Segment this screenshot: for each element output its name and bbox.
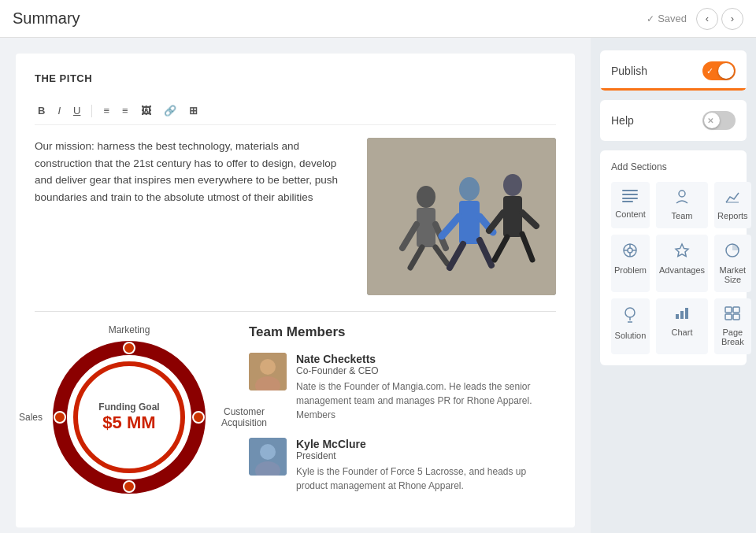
svg-point-36 xyxy=(679,191,685,197)
add-sections-title: Add Sections xyxy=(611,161,736,172)
image-button[interactable]: 🖼 xyxy=(138,103,154,118)
svg-point-24 xyxy=(124,481,135,492)
editor-toolbar: B I U ≡ ≡ 🖼 🔗 ⊞ xyxy=(35,97,556,125)
section-btn-solution[interactable]: Solution xyxy=(611,298,650,354)
header-actions: ✓ Saved ‹ › xyxy=(647,8,743,30)
pitch-image xyxy=(367,138,556,295)
svg-rect-3 xyxy=(417,208,435,247)
sidebar: Publish ✓ Help ✕ Add Sections xyxy=(591,38,756,533)
svg-rect-49 xyxy=(676,314,679,319)
reports-btn-label: Reports xyxy=(717,211,748,220)
svg-rect-54 xyxy=(725,314,732,320)
nav-prev-button[interactable]: ‹ xyxy=(696,8,718,30)
member-bio-1: Nate is the Founder of Mangia.com. He le… xyxy=(296,379,556,422)
svg-point-46 xyxy=(625,308,635,317)
content-panel: THE PITCH B I U ≡ ≡ 🖼 🔗 ⊞ Our mission: h… xyxy=(16,54,575,527)
section-btn-chart[interactable]: Chart xyxy=(656,298,708,354)
svg-rect-52 xyxy=(725,307,732,313)
content-area: THE PITCH B I U ≡ ≡ 🖼 🔗 ⊞ Our mission: h… xyxy=(0,38,591,533)
pitch-text[interactable]: Our mission: harness the best technology… xyxy=(35,138,351,295)
problem-btn-label: Problem xyxy=(614,265,647,275)
member-info-2: Kyle McClure President Kyle is the Found… xyxy=(296,438,556,493)
section-btn-problem[interactable]: Problem xyxy=(611,235,650,292)
market-size-icon xyxy=(724,242,740,262)
avatar-icon-1 xyxy=(249,353,287,390)
member-title-2: President xyxy=(296,450,556,461)
svg-point-23 xyxy=(193,412,204,423)
avatar-icon-2 xyxy=(249,438,287,476)
help-toggle-x-icon: ✕ xyxy=(707,117,732,125)
svg-rect-53 xyxy=(733,307,739,313)
svg-point-27 xyxy=(260,359,276,375)
section-btn-reports[interactable]: Reports xyxy=(714,182,751,228)
content-icon xyxy=(622,190,638,206)
member-avatar-1 xyxy=(249,353,287,390)
donut-center: Funding Goal $5 MM xyxy=(98,402,159,433)
svg-point-25 xyxy=(54,412,65,423)
editor-body: Our mission: harness the best technology… xyxy=(35,138,556,295)
italic-button[interactable]: I xyxy=(54,103,64,118)
check-icon: ✓ xyxy=(647,13,654,24)
publish-row: Publish ✓ xyxy=(611,61,736,80)
member-info-1: Nate Checketts Co-Founder & CEO Nate is … xyxy=(296,353,556,422)
svg-rect-55 xyxy=(733,314,739,320)
donut-wrapper: Sales CustomerAcquisition Funding Goal $… xyxy=(50,339,208,496)
section-btn-content[interactable]: Content xyxy=(611,182,650,228)
donut-right-label: CustomerAcquisition xyxy=(221,406,267,428)
svg-rect-15 xyxy=(503,196,522,237)
svg-point-2 xyxy=(417,186,435,208)
header: Summary ✓ Saved ‹ › xyxy=(0,0,756,38)
help-label: Help xyxy=(611,114,634,127)
bold-button[interactable]: B xyxy=(35,103,48,118)
saved-indicator: ✓ Saved xyxy=(647,13,687,24)
section-btn-advantages[interactable]: Advantages xyxy=(656,235,708,292)
member-title-1: Co-Founder & CEO xyxy=(296,365,556,376)
nav-next-button[interactable]: › xyxy=(721,8,743,30)
problem-icon xyxy=(622,242,638,262)
solution-btn-label: Solution xyxy=(615,331,647,340)
sections-grid: Content Team xyxy=(611,182,736,354)
embed-button[interactable]: ⊞ xyxy=(186,103,201,118)
saved-text: Saved xyxy=(658,13,687,24)
svg-rect-32 xyxy=(622,190,638,191)
help-row: Help ✕ xyxy=(611,111,736,130)
page-title: Summary xyxy=(13,9,80,28)
section-divider xyxy=(35,311,556,312)
svg-point-14 xyxy=(503,174,522,196)
link-button[interactable]: 🔗 xyxy=(161,103,180,118)
donut-chart-container: Marketing xyxy=(35,324,224,496)
donut-top-label: Marketing xyxy=(35,324,224,335)
help-toggle[interactable]: ✕ xyxy=(702,111,736,130)
svg-point-8 xyxy=(459,177,480,201)
help-card: Help ✕ xyxy=(600,100,747,141)
publish-toggle[interactable]: ✓ xyxy=(702,61,736,80)
ul-button[interactable]: ≡ xyxy=(100,103,113,118)
section-btn-page-break[interactable]: Page Break xyxy=(714,298,751,354)
donut-center-label: Funding Goal xyxy=(98,402,159,413)
advantages-btn-label: Advantages xyxy=(659,265,705,275)
member-avatar-2 xyxy=(249,438,287,476)
svg-marker-44 xyxy=(676,244,688,257)
team-btn-label: Team xyxy=(672,211,693,220)
section-btn-team[interactable]: Team xyxy=(656,182,708,228)
publish-card: Publish ✓ xyxy=(600,50,747,91)
page-break-icon xyxy=(724,306,740,324)
advantages-icon xyxy=(674,242,690,262)
donut-center-value: $5 MM xyxy=(98,413,159,433)
svg-point-30 xyxy=(260,444,276,460)
section-btn-market-size[interactable]: Market Size xyxy=(714,235,751,292)
add-sections-card: Add Sections Content Team xyxy=(600,150,747,365)
pitch-section-title: THE PITCH xyxy=(35,72,556,84)
donut-left-label: Sales xyxy=(19,412,43,423)
team-title: Team Members xyxy=(249,324,556,340)
toolbar-separator-1 xyxy=(91,105,92,117)
underline-button[interactable]: U xyxy=(70,103,83,118)
publish-label: Publish xyxy=(611,65,647,77)
svg-point-39 xyxy=(628,248,632,253)
svg-rect-35 xyxy=(622,201,633,202)
team-member-1: Nate Checketts Co-Founder & CEO Nate is … xyxy=(249,353,556,422)
team-icon xyxy=(674,190,690,208)
ol-button[interactable]: ≡ xyxy=(119,103,132,118)
publish-bar xyxy=(600,88,747,91)
toggle-check-icon: ✓ xyxy=(706,66,713,76)
